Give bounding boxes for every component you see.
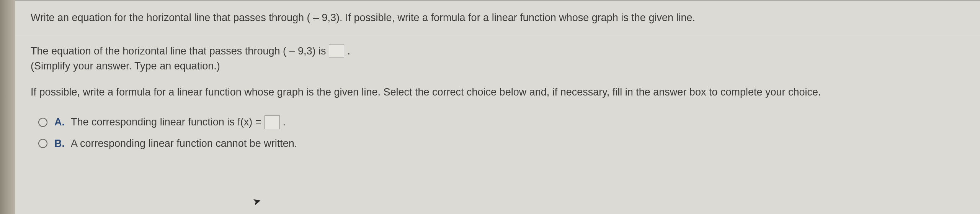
equation-input[interactable] [329, 44, 344, 58]
top-divider [15, 0, 980, 1]
choice-a-input[interactable] [265, 115, 280, 129]
answer-suffix-text: . [347, 43, 350, 59]
answer-prefix-text: The equation of the horizontal line that… [31, 43, 326, 59]
choice-a-row: A. The corresponding linear function is … [38, 115, 965, 129]
cursor-icon: ➤ [251, 194, 262, 208]
answer-line-1: The equation of the horizontal line that… [31, 43, 965, 59]
choice-b-text: A corresponding linear function cannot b… [71, 138, 297, 150]
choice-a-suffix: . [283, 116, 286, 128]
choice-b-content: B. A corresponding linear function canno… [54, 138, 297, 150]
page-binding-edge [0, 0, 15, 214]
part2-prompt-text: If possible, write a formula for a linea… [31, 86, 821, 98]
choice-a-content: A. The corresponding linear function is … [54, 115, 286, 129]
choice-a-radio[interactable] [38, 118, 47, 127]
choice-a-letter: A. [54, 116, 65, 128]
choice-list: A. The corresponding linear function is … [15, 108, 980, 166]
choice-b-row: B. A corresponding linear function canno… [38, 138, 965, 150]
answer-part1-section: The equation of the horizontal line that… [15, 34, 980, 80]
choice-b-radio[interactable] [38, 139, 47, 148]
choice-b-letter: B. [54, 138, 65, 150]
question-prompt-text: Write an equation for the horizontal lin… [31, 11, 965, 25]
part2-prompt: If possible, write a formula for a linea… [15, 80, 980, 108]
question-prompt-block: Write an equation for the horizontal lin… [15, 0, 980, 34]
answer-hint-text: (Simplify your answer. Type an equation.… [31, 60, 965, 72]
choice-a-prefix: The corresponding linear function is f(x… [71, 116, 261, 128]
question-content-area: Write an equation for the horizontal lin… [15, 0, 980, 214]
